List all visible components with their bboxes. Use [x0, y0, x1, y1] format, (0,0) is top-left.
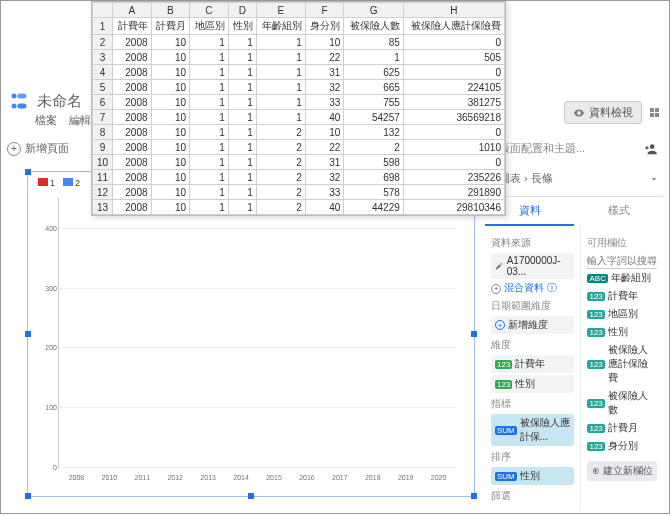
x-axis-label: 2012 — [162, 474, 189, 481]
available-field[interactable]: 123性別 — [587, 323, 657, 341]
data-cell: 132 — [344, 125, 403, 140]
data-cell: 2 — [344, 140, 403, 155]
available-field[interactable]: 123計費年 — [587, 287, 657, 305]
data-cell: 1 — [228, 35, 256, 50]
row-number: 9 — [93, 140, 113, 155]
available-field[interactable]: 123被保險人應計保險費 — [587, 341, 657, 387]
resize-handle[interactable] — [25, 331, 31, 337]
data-cell: 1 — [190, 155, 229, 170]
data-cell: 1 — [228, 50, 256, 65]
col-header: D — [228, 3, 256, 18]
row-number: 6 — [93, 95, 113, 110]
resize-handle[interactable] — [25, 493, 31, 499]
data-cell: 2008 — [113, 95, 152, 110]
data-cell: 32 — [305, 170, 344, 185]
data-cell: 29810346 — [403, 200, 504, 215]
sort-chip[interactable]: SUM性別 — [491, 467, 574, 485]
col-header: G — [344, 3, 403, 18]
data-cell: 1 — [256, 80, 305, 95]
field-search-input[interactable] — [587, 253, 657, 269]
breadcrumb[interactable]: 圖表 › 長條 — [499, 171, 553, 186]
data-cell: 1 — [190, 80, 229, 95]
data-cell: 2008 — [113, 170, 152, 185]
data-cell: 40 — [305, 110, 344, 125]
row-number: 7 — [93, 110, 113, 125]
available-field[interactable]: 123被保險人數 — [587, 387, 657, 419]
available-field[interactable]: 123地區別 — [587, 305, 657, 323]
data-cell: 1 — [256, 50, 305, 65]
data-cell: 235226 — [403, 170, 504, 185]
data-cell: 85 — [344, 35, 403, 50]
data-cell: 698 — [344, 170, 403, 185]
placement-label[interactable]: 版面配置和主題... — [499, 141, 637, 156]
data-cell: 1 — [228, 80, 256, 95]
x-axis-label: 2008 — [63, 474, 90, 481]
row-number: 11 — [93, 170, 113, 185]
header-cell: 年齡組別 — [256, 18, 305, 35]
doc-title[interactable]: 未命名 — [37, 92, 82, 111]
col-header: A — [113, 3, 152, 18]
data-cell: 1010 — [403, 140, 504, 155]
data-cell: 32 — [305, 80, 344, 95]
x-axis-label: 2019 — [392, 474, 419, 481]
data-cell: 0 — [403, 155, 504, 170]
data-cell: 2 — [256, 185, 305, 200]
tab-style[interactable]: 樣式 — [574, 197, 663, 226]
svg-point-4 — [650, 144, 655, 149]
available-field[interactable]: 123身分別 — [587, 437, 657, 455]
resize-handle[interactable] — [25, 169, 31, 175]
data-cell: 1 — [228, 200, 256, 215]
add-dimension-button[interactable]: + 新增維度 — [491, 316, 574, 334]
data-cell: 10 — [151, 125, 190, 140]
header-cell: 性別 — [228, 18, 256, 35]
data-cell: 2008 — [113, 140, 152, 155]
dimension-chip[interactable]: 123性別 — [491, 375, 574, 393]
data-cell: 10 — [151, 170, 190, 185]
data-cell: 1 — [228, 170, 256, 185]
data-cell: 0 — [403, 65, 504, 80]
data-cell: 1 — [256, 65, 305, 80]
section-label: 篩選 — [491, 489, 574, 503]
data-cell: 1 — [256, 95, 305, 110]
header-cell: 計費年 — [113, 18, 152, 35]
chevron-down-icon[interactable] — [649, 174, 659, 184]
add-page-button[interactable]: + 新增頁面 — [7, 141, 69, 156]
available-field[interactable]: 123計費月 — [587, 419, 657, 437]
data-cell: 1 — [256, 110, 305, 125]
section-label: 維度 — [491, 338, 574, 352]
data-cell: 755 — [344, 95, 403, 110]
col-header: F — [305, 3, 344, 18]
data-cell: 665 — [344, 80, 403, 95]
data-cell: 2008 — [113, 80, 152, 95]
resize-handle[interactable] — [248, 493, 254, 499]
menu-edit[interactable]: 編輯 — [69, 113, 91, 128]
data-cell: 2008 — [113, 200, 152, 215]
data-cell: 2008 — [113, 185, 152, 200]
blend-data-link[interactable]: + 混合資料 ⓘ — [491, 281, 574, 295]
data-cell: 1 — [228, 125, 256, 140]
resize-handle[interactable] — [471, 331, 477, 337]
x-axis-label: 2013 — [195, 474, 222, 481]
y-axis-tick: 400 — [45, 224, 57, 231]
add-user-icon[interactable] — [643, 142, 659, 156]
chart-container[interactable]: 1 2 0100200300400 2008201020112012201320… — [27, 171, 475, 497]
dimension-chip[interactable]: 123計費年 — [491, 355, 574, 373]
y-axis-tick: 300 — [45, 284, 57, 291]
metric-chip[interactable]: SUM被保險人應計保... — [491, 414, 574, 446]
y-axis-tick: 0 — [53, 464, 57, 471]
data-cell: 625 — [344, 65, 403, 80]
data-source-chip[interactable]: A1700000J-03... — [491, 253, 574, 279]
resize-handle[interactable] — [471, 493, 477, 499]
data-cell: 44229 — [344, 200, 403, 215]
menu-file[interactable]: 檔案 — [35, 113, 57, 128]
data-cell: 1 — [190, 35, 229, 50]
apps-icon[interactable] — [650, 108, 659, 117]
data-view-button[interactable]: 資料檢視 — [564, 101, 642, 124]
config-panel: 資料 樣式 資料來源 A1700000J-03... + 混合資料 ⓘ 日期範圍… — [485, 196, 663, 509]
available-field[interactable]: ABC年齡組別 — [587, 269, 657, 287]
data-cell: 10 — [151, 80, 190, 95]
create-field-button[interactable]: ⊕ 建立新欄位 — [587, 461, 657, 481]
header-cell: 被保險人數 — [344, 18, 403, 35]
pencil-icon — [495, 261, 504, 271]
section-label: 資料來源 — [491, 236, 574, 250]
